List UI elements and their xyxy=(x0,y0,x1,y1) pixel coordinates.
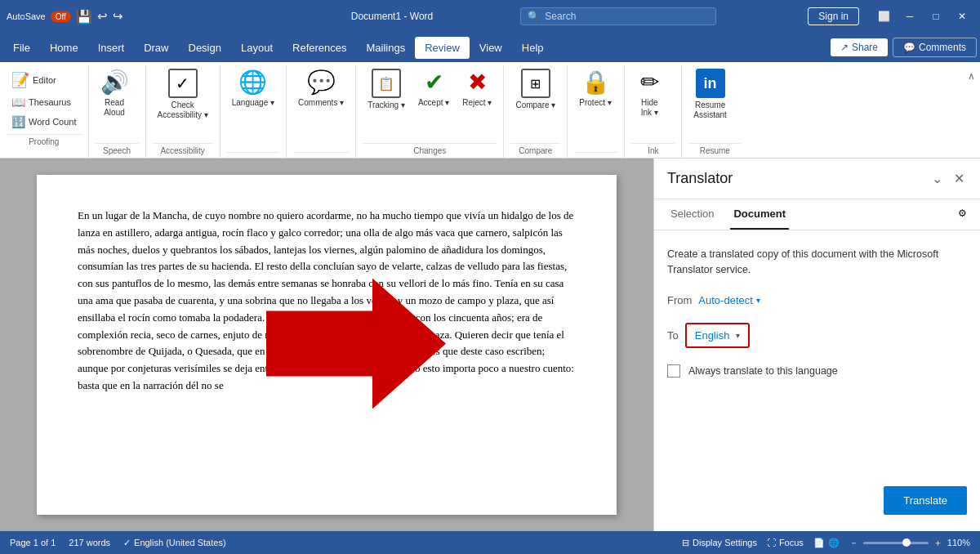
print-layout-icon[interactable]: 📄 xyxy=(813,538,825,548)
undo-icon[interactable]: ↩ xyxy=(97,9,108,24)
maximize-button[interactable]: □ xyxy=(924,5,947,28)
ribbon: 📝 Editor 📖 Thesaurus 🔢 Word Count Proofi… xyxy=(0,62,980,159)
tracking-button[interactable]: 📋 Tracking ▾ xyxy=(363,65,410,114)
red-arrow-svg xyxy=(266,279,446,409)
language-label: Language ▾ xyxy=(232,98,274,108)
reject-button[interactable]: ✖ Reject ▾ xyxy=(457,65,497,111)
zoom-in-icon[interactable]: ＋ xyxy=(933,537,942,549)
document-area: En un lugar de la Mancha, de cuyo nombre… xyxy=(0,159,980,531)
svg-marker-0 xyxy=(266,279,446,409)
menu-review[interactable]: Review xyxy=(415,37,470,59)
menu-view[interactable]: View xyxy=(470,37,512,59)
accept-icon: ✔ xyxy=(425,69,443,96)
translator-panel: Translator ⌄ ✕ Selection Document ⚙ Crea… xyxy=(653,159,980,531)
restore-button[interactable]: ⬜ xyxy=(872,5,895,28)
menu-draw[interactable]: Draw xyxy=(134,37,178,59)
tracking-icon: 📋 xyxy=(372,69,401,98)
ink-group-label: Ink xyxy=(631,143,675,158)
proofing-group-label: Proofing xyxy=(7,134,82,149)
close-button[interactable]: ✕ xyxy=(951,5,973,28)
ribbon-group-compare: ⊞ Compare ▾ Compare xyxy=(504,65,568,158)
zoom-control: － ＋ 110% xyxy=(849,537,970,549)
translator-to-row: To English ▾ xyxy=(667,323,967,348)
ribbon-collapse-button[interactable]: ∧ xyxy=(963,69,980,83)
hide-ink-button[interactable]: ✏ HideInk ▾ xyxy=(631,65,667,121)
ribbon-group-speech: 🔊 ReadAloud Speech xyxy=(89,65,146,158)
translator-checkbox-row: Always translate to this language xyxy=(667,364,967,378)
translator-description: Create a translated copy of this documen… xyxy=(667,247,967,278)
web-layout-icon[interactable]: 🌐 xyxy=(828,538,840,548)
translator-to-dropdown[interactable]: English ▾ xyxy=(685,323,751,348)
zoom-slider[interactable] xyxy=(863,542,929,544)
translator-header-icons: ⌄ ✕ xyxy=(929,168,967,189)
editor-icon: 📝 xyxy=(11,71,29,89)
tab-selection[interactable]: Selection xyxy=(667,199,717,230)
check-accessibility-icon: ✓ xyxy=(168,69,198,98)
arrow-overlay xyxy=(266,279,446,412)
sign-in-button[interactable]: Sign in xyxy=(808,7,859,25)
menu-design[interactable]: Design xyxy=(179,37,231,59)
resume-assistant-label: ResumeAssistant xyxy=(693,101,727,120)
ribbon-group-resume: in ResumeAssistant Resume xyxy=(682,65,747,158)
minimize-button[interactable]: ─ xyxy=(898,5,921,28)
menu-home[interactable]: Home xyxy=(40,37,88,59)
comments-ribbon-button[interactable]: 💬 Comments ▾ xyxy=(293,65,349,111)
speech-items: 🔊 ReadAloud xyxy=(96,65,139,141)
always-translate-checkbox[interactable] xyxy=(667,364,680,378)
accessibility-group-label: Accessibility xyxy=(153,143,213,158)
document-title: Document1 - Word xyxy=(264,11,521,22)
translator-from-text: Auto-detect xyxy=(698,294,753,306)
translator-close-icon[interactable]: ✕ xyxy=(951,168,967,189)
editor-button[interactable]: 📝 Editor xyxy=(7,69,82,92)
translator-from-value[interactable]: Auto-detect ▾ xyxy=(698,294,760,306)
language-button[interactable]: 🌐 Language ▾ xyxy=(227,65,279,111)
language-items: 🌐 Language ▾ xyxy=(227,65,279,150)
protect-button[interactable]: 🔒 Protect ▾ xyxy=(574,65,616,111)
zoom-out-icon[interactable]: － xyxy=(849,537,858,549)
translator-expand-icon[interactable]: ⌄ xyxy=(929,168,945,189)
menu-insert[interactable]: Insert xyxy=(88,37,135,59)
compare-items: ⊞ Compare ▾ xyxy=(510,65,560,141)
word-count-button[interactable]: 🔢 Word Count xyxy=(7,113,82,131)
share-button[interactable]: ↗ Share xyxy=(831,38,888,56)
thesaurus-label: Thesaurus xyxy=(29,97,71,107)
comments-button[interactable]: 💬 Comments xyxy=(893,38,977,57)
focus-button[interactable]: ⛶ Focus xyxy=(767,538,804,547)
comments-label: Comments xyxy=(919,42,966,53)
status-bar-right: ⊟ Display Settings ⛶ Focus 📄 🌐 － ＋ 110% xyxy=(682,537,970,549)
compare-group-label: Compare xyxy=(510,143,560,158)
document-page[interactable]: En un lugar de la Mancha, de cuyo nombre… xyxy=(37,175,617,515)
translator-tabs: Selection Document ⚙ xyxy=(654,199,980,230)
language-indicator: ✓ English (United States) xyxy=(123,538,226,548)
translate-button[interactable]: Translate xyxy=(884,486,967,515)
to-dropdown-arrow-icon: ▾ xyxy=(736,331,740,340)
accept-button[interactable]: ✔ Accept ▾ xyxy=(413,65,454,111)
auto-detect-arrow-icon: ▾ xyxy=(756,296,760,305)
menu-layout[interactable]: Layout xyxy=(231,37,283,59)
resume-assistant-button[interactable]: in ResumeAssistant xyxy=(688,65,732,123)
display-settings-button[interactable]: ⊟ Display Settings xyxy=(682,538,757,548)
hide-ink-icon: ✏ xyxy=(640,69,659,96)
read-aloud-button[interactable]: 🔊 ReadAloud xyxy=(96,65,134,121)
comments-ribbon-icon: 💬 xyxy=(307,69,336,96)
zoom-level: 110% xyxy=(947,538,970,547)
redo-icon[interactable]: ↪ xyxy=(113,9,123,24)
tab-document[interactable]: Document xyxy=(730,199,789,230)
compare-button[interactable]: ⊞ Compare ▾ xyxy=(510,65,560,114)
thesaurus-button[interactable]: 📖 Thesaurus xyxy=(7,93,82,111)
settings-icon[interactable]: ⚙ xyxy=(958,199,967,230)
title-bar: AutoSave Off 💾 ↩ ↪ Document1 - Word 🔍 Se… xyxy=(0,0,980,33)
protect-icon: 🔒 xyxy=(581,69,610,96)
menu-file[interactable]: File xyxy=(3,37,40,59)
protect-group-label xyxy=(574,152,617,158)
save-icon[interactable]: 💾 xyxy=(76,9,92,25)
comments-ribbon-label: Comments ▾ xyxy=(298,98,344,108)
autosave-toggle[interactable]: Off xyxy=(51,11,71,22)
word-count-status: 217 words xyxy=(69,538,110,547)
menu-mailings[interactable]: Mailings xyxy=(357,37,416,59)
check-accessibility-button[interactable]: ✓ CheckAccessibility ▾ xyxy=(153,65,213,123)
menu-references[interactable]: References xyxy=(283,37,356,59)
menu-help[interactable]: Help xyxy=(512,37,554,59)
comments-group-label xyxy=(293,152,349,158)
search-box[interactable]: 🔍 Search xyxy=(520,7,716,25)
